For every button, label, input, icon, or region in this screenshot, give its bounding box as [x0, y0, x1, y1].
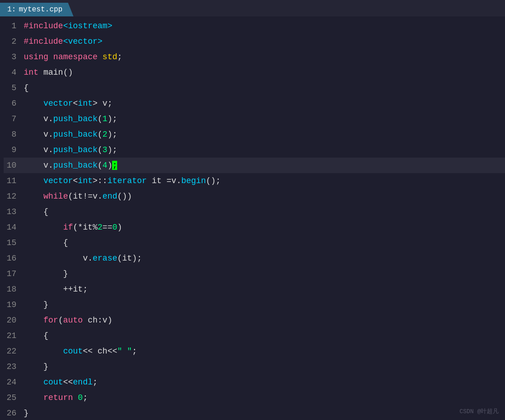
code-line-17: 17 }	[4, 266, 505, 282]
line-number: 18	[4, 282, 24, 297]
line-number: 11	[4, 173, 24, 189]
line-number: 12	[4, 189, 24, 204]
line-number: 9	[4, 142, 24, 158]
line-number: 14	[4, 220, 24, 235]
line-number: 22	[4, 343, 24, 359]
code-line-16: 16 v.erase(it);	[4, 251, 505, 266]
code-line-19: 19 }	[4, 297, 505, 312]
code-line-2: 2#include<vector>	[4, 34, 505, 49]
code-line-5: 5{	[4, 80, 505, 96]
code-line-9: 9 v.push_back(3);	[4, 142, 505, 158]
tab-number: 1:	[7, 5, 16, 14]
code-line-25: 25 return 0;	[4, 390, 505, 405]
code-line-6: 6 vector<int> v;	[4, 96, 505, 111]
line-number: 16	[4, 251, 24, 266]
line-number: 13	[4, 204, 24, 220]
code-line-18: 18 ++it;	[4, 282, 505, 297]
code-line-23: 23 }	[4, 359, 505, 374]
line-number: 2	[4, 34, 24, 49]
line-number: 20	[4, 312, 24, 328]
code-line-21: 21 {	[4, 328, 505, 343]
line-number: 4	[4, 65, 24, 80]
line-number: 10	[4, 158, 24, 173]
code-line-13: 13 {	[4, 204, 505, 220]
code-line-12: 12 while(it!=v.end())	[4, 189, 505, 204]
line-number: 19	[4, 297, 24, 312]
line-number: 7	[4, 111, 24, 127]
line-number: 5	[4, 80, 24, 96]
code-line-3: 3using namespace std;	[4, 49, 505, 65]
tab-mytest[interactable]: 1: mytest.cpp	[0, 3, 73, 16]
line-number: 15	[4, 235, 24, 251]
code-editor: 1: mytest.cpp 1#include<iostream>2#inclu…	[0, 0, 505, 420]
code-line-8: 8 v.push_back(2);	[4, 127, 505, 142]
code-line-24: 24 cout<<endl;	[4, 374, 505, 390]
code-line-22: 22 cout<< ch<<" ";	[4, 343, 505, 359]
line-number: 1	[4, 18, 24, 34]
line-number: 8	[4, 127, 24, 142]
line-number: 17	[4, 266, 24, 282]
code-area: 1#include<iostream>2#include<vector>3usi…	[0, 16, 505, 420]
line-number: 6	[4, 96, 24, 111]
code-line-7: 7 v.push_back(1);	[4, 111, 505, 127]
code-line-14: 14 if(*it%2==0)	[4, 220, 505, 235]
watermark: CSDN @叶超凡	[459, 407, 499, 415]
tab-filename: mytest.cpp	[19, 5, 62, 14]
line-number: 3	[4, 49, 24, 65]
code-line-20: 20 for(auto ch:v)	[4, 312, 505, 328]
line-number: 23	[4, 359, 24, 374]
code-lines: 1#include<iostream>2#include<vector>3usi…	[0, 18, 505, 420]
code-line-1: 1#include<iostream>	[4, 18, 505, 34]
code-line-15: 15 {	[4, 235, 505, 251]
code-line-11: 11 vector<int>::iterator it =v.begin();	[4, 173, 505, 189]
line-number: 21	[4, 328, 24, 343]
code-line-26: 26}	[4, 405, 505, 420]
line-number: 24	[4, 374, 24, 390]
line-number: 25	[4, 390, 24, 405]
code-line-10: 10 v.push_back(4);	[4, 158, 505, 173]
line-number: 26	[4, 405, 24, 420]
code-line-4: 4int main()	[4, 65, 505, 80]
tab-bar: 1: mytest.cpp	[0, 0, 505, 16]
